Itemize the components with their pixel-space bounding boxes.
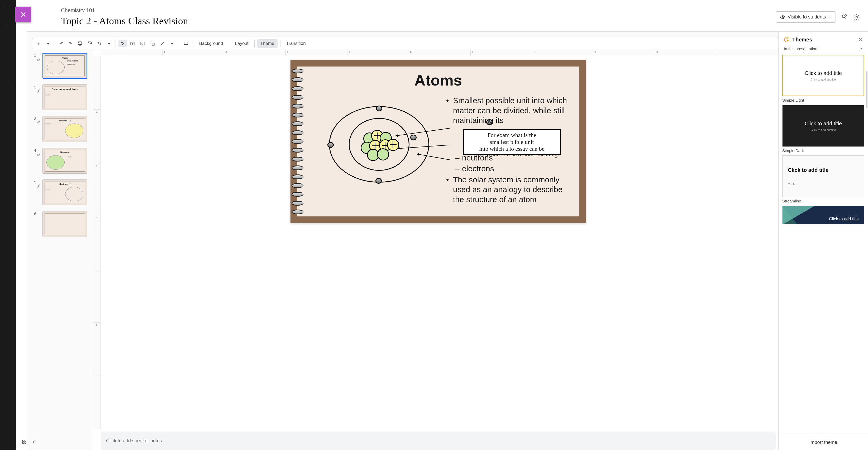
- undo-button[interactable]: ↶: [58, 39, 65, 48]
- bullet-item: The solar system is commonly used as an …: [446, 175, 571, 205]
- caret-down-icon: [828, 16, 831, 19]
- speaker-notes[interactable]: Click to add speaker notes: [101, 431, 776, 450]
- print-button[interactable]: [75, 39, 85, 48]
- speaker-notes-placeholder: Click to add speaker notes: [106, 438, 162, 444]
- bullet-sub-item: electrons: [446, 163, 571, 174]
- nav-item-icon: ···: [4, 3, 12, 10]
- close-button[interactable]: [15, 7, 31, 23]
- transition-button[interactable]: Transition: [283, 39, 309, 48]
- redo-button[interactable]: ↷: [66, 39, 74, 48]
- ruler-horizontal[interactable]: 123456789: [101, 50, 778, 56]
- textbox-icon: [130, 41, 135, 46]
- thumb-number: 1: [32, 53, 36, 58]
- zoom-button[interactable]: [95, 40, 104, 47]
- slide-title[interactable]: Atoms: [297, 71, 579, 89]
- svg-rect-13: [152, 43, 154, 46]
- themes-title: Themes: [792, 37, 812, 43]
- theme-label: Streamline: [782, 199, 864, 203]
- page-title[interactable]: Topic 2 - Atoms Class Revision: [61, 15, 188, 27]
- zoom-dropdown[interactable]: ▾: [105, 39, 113, 48]
- cursor-icon: [121, 41, 125, 46]
- settings-icon[interactable]: [853, 14, 860, 21]
- slide-thumbnail[interactable]: AtomsSmallest possible unitinto which ma…: [42, 53, 87, 79]
- image-button[interactable]: [138, 39, 147, 48]
- nav-item-icon: ···: [4, 39, 12, 48]
- background-button[interactable]: Background: [196, 39, 226, 48]
- breadcrumb[interactable]: Chemistry 101: [61, 7, 188, 13]
- atom-diagram[interactable]: [318, 95, 443, 211]
- editor-main: 1 AtomsSmallest possible unitinto which …: [32, 50, 778, 450]
- thumb-title: Electrons (-): [59, 183, 71, 185]
- comment-button[interactable]: [182, 39, 190, 48]
- nav-item-icon: ···: [4, 77, 12, 85]
- svg-point-3: [856, 16, 858, 18]
- slide-thumbnail[interactable]: Protons (+).............................…: [42, 116, 87, 142]
- image-icon: [140, 41, 145, 46]
- print-icon: [78, 41, 82, 46]
- themes-close-button[interactable]: ✕: [858, 36, 863, 43]
- paint-format-button[interactable]: [86, 39, 94, 48]
- thumb-number: 3: [32, 116, 36, 121]
- slide-thumbnail[interactable]: [42, 211, 87, 237]
- chevron-left-icon[interactable]: [31, 440, 37, 445]
- themes-section-toggle[interactable]: In this presentation: [779, 44, 868, 55]
- shape-button[interactable]: [148, 39, 157, 48]
- theme-preview-title: Click to add title: [829, 217, 859, 221]
- canvas-scroll[interactable]: Atoms: [101, 56, 776, 429]
- editor-column: ＋ ▾ ↶ ↷ ▾ ▾ Background: [27, 32, 778, 450]
- slide[interactable]: Atoms: [290, 60, 586, 223]
- link-icon: [37, 153, 41, 157]
- link-icon: [37, 184, 41, 189]
- close-icon: [20, 11, 27, 18]
- scrollbar-thumb[interactable]: [866, 71, 867, 108]
- annotation-line: smallest p ible unit: [467, 139, 557, 145]
- annotation-callout[interactable]: For exam what is the smallest p ible uni…: [463, 129, 561, 155]
- thumb-number: 6: [32, 211, 36, 216]
- line-dropdown[interactable]: ▾: [168, 39, 176, 48]
- nav-item-icon: ···: [4, 58, 12, 66]
- slide-thumbnail[interactable]: Electrons (-)...........................…: [42, 179, 87, 205]
- slide-thumbnail[interactable]: Atoms are so small that…................…: [42, 85, 87, 110]
- theme-preview-subtitle: Click to add subtitle: [811, 128, 836, 131]
- footer-icons: [27, 440, 37, 445]
- nav-item-icon: ···: [4, 21, 12, 29]
- theme-preview[interactable]: Click to add title C a le: [782, 155, 864, 197]
- palette-icon: [784, 37, 789, 42]
- themes-list[interactable]: Click to add title Click to add subtitle…: [779, 55, 868, 435]
- header: Chemistry 101 Topic 2 - Atoms Class Revi…: [27, 0, 868, 32]
- theme-preview-title: Click to add title: [788, 167, 829, 173]
- thumb-number: 5: [32, 179, 36, 184]
- zoom-icon: [98, 41, 102, 46]
- line-button[interactable]: [158, 39, 167, 48]
- grid-view-icon[interactable]: [27, 440, 27, 445]
- thumb-title: Protons (+): [59, 119, 70, 122]
- search-people-icon[interactable]: [841, 14, 848, 21]
- import-theme-button[interactable]: Import theme: [779, 435, 868, 450]
- svg-point-2: [845, 14, 847, 17]
- theme-preview[interactable]: Click to add title: [782, 206, 864, 224]
- thumb-number: 4: [32, 148, 36, 153]
- new-slide-dropdown[interactable]: ▾: [44, 39, 52, 48]
- layout-button[interactable]: Layout: [232, 39, 252, 48]
- svg-point-20: [786, 38, 787, 38]
- ruler-vertical[interactable]: 12345: [93, 56, 101, 429]
- annotation-line: into which a lo essay can be: [467, 145, 557, 152]
- annotation-line: For exam what is the: [467, 132, 557, 139]
- bullet-item: Smallest possible unit into which matter…: [446, 95, 571, 125]
- new-slide-button[interactable]: ＋: [34, 39, 43, 48]
- theme-preview[interactable]: Click to add title Click to add subtitle: [782, 55, 864, 96]
- textbox-button[interactable]: [128, 39, 137, 48]
- slide-thumbnail[interactable]: Neutrons................................…: [42, 148, 87, 174]
- theme-preview[interactable]: Click to add title Click to add subtitle: [782, 105, 864, 147]
- nav-item-icon: ···: [4, 95, 12, 103]
- comment-icon: [184, 41, 188, 46]
- visibility-button[interactable]: Visible to students: [776, 11, 836, 23]
- chevron-down-icon: [859, 47, 863, 51]
- thumb-title: Atoms: [62, 57, 68, 59]
- app-window: Chemistry 101 Topic 2 - Atoms Class Revi…: [16, 0, 868, 450]
- visibility-label: Visible to students: [787, 14, 826, 20]
- thumb-number: 2: [32, 85, 36, 89]
- theme-button[interactable]: Theme: [257, 39, 278, 48]
- svg-point-0: [782, 17, 783, 18]
- select-tool-button[interactable]: [119, 40, 127, 47]
